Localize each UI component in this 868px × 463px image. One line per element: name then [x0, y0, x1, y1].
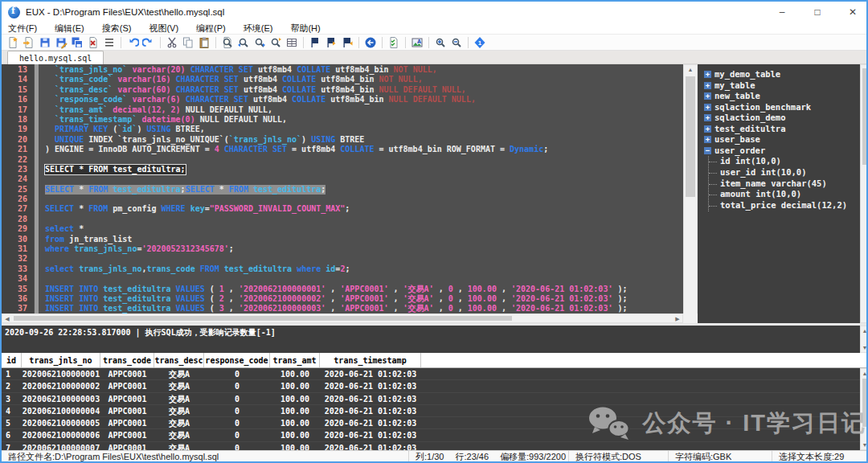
paste-button[interactable] — [197, 35, 211, 50]
expand-icon[interactable]: + — [704, 136, 711, 143]
editor-line-19[interactable]: 19 PRIMARY KEY (`id`) USING BTREE, — [2, 125, 683, 134]
table-row[interactable]: 42020062100000004APPC0001交易A0100.002020-… — [2, 405, 866, 417]
maximize-button[interactable]: □ — [810, 6, 825, 18]
menu-item-6[interactable]: 帮助(H) — [290, 23, 320, 35]
tree-item-user_order[interactable]: −user_order — [704, 145, 868, 157]
column-header-trans_jnls_no[interactable]: trans_jnls_no — [22, 353, 100, 367]
save-all-button[interactable] — [70, 35, 84, 50]
replace-button[interactable] — [268, 35, 283, 50]
next-bookmark-button[interactable] — [340, 35, 354, 50]
bookmark-button[interactable] — [308, 35, 322, 50]
zoom-in-button[interactable] — [433, 35, 448, 50]
menu-item-0[interactable]: 文件(F) — [8, 23, 37, 35]
editor-line-32[interactable]: 32 — [2, 254, 683, 264]
table-row[interactable]: 12020062100000001APPC0001交易A0100.002020-… — [2, 368, 866, 380]
copy-button[interactable] — [181, 35, 195, 50]
about-button[interactable]: 1 — [473, 35, 487, 50]
menu-item-1[interactable]: 编辑(E) — [55, 23, 84, 35]
grid-vertical-scrollbar[interactable]: ▲ ▼ — [860, 368, 866, 450]
editor-horizontal-scrollbar[interactable]: ◀ ▶ — [2, 313, 683, 323]
expand-icon[interactable]: + — [704, 71, 711, 78]
editor-line-18[interactable]: 18 `trans_timestamp` datetime(0) NULL DE… — [2, 115, 683, 125]
menu-item-3[interactable]: 视图(V) — [149, 23, 178, 35]
menu-item-4[interactable]: 编程(P) — [196, 23, 226, 35]
editor-line-13[interactable]: 13 `trans_jnls_no` varchar(20) CHARACTER… — [2, 65, 683, 75]
code-editor[interactable]: 13 `trans_jnls_no` varchar(20) CHARACTER… — [2, 64, 683, 313]
editor-line-29[interactable]: 29select * — [2, 224, 683, 234]
editor-line-16[interactable]: 16 `response_code` varchar(6) CHARACTER … — [2, 95, 683, 104]
tree-item-my_demo_table[interactable]: +my_demo_table — [704, 69, 868, 80]
editor-line-26[interactable]: 26 — [2, 195, 683, 204]
script-check-button[interactable] — [387, 35, 401, 50]
grid-view-button[interactable] — [285, 35, 299, 50]
save-as-button[interactable] — [54, 35, 68, 50]
tree-item-user_base[interactable]: +user_base — [704, 134, 868, 145]
menu-item-5[interactable]: 环境(E) — [244, 23, 273, 35]
table-row[interactable]: 22020062100000002APPC0001交易A0100.002020-… — [2, 380, 866, 392]
tree-item-sqlaction_demo[interactable]: +sqlaction_demo — [704, 113, 868, 124]
editor-line-34[interactable]: 34 — [2, 274, 683, 284]
table-row[interactable]: 72020062100000007APPC0001交易A0100.002020-… — [2, 442, 866, 450]
editor-line-21[interactable]: 21) ENGINE = InnoDB AUTO_INCREMENT = 4 C… — [2, 145, 683, 154]
editor-line-17[interactable]: 17 `trans_amt` decimal(12, 2) NULL DEFAU… — [2, 105, 683, 115]
editor-line-28[interactable]: 28 — [2, 215, 683, 224]
tree-vertical-scrollbar[interactable] — [860, 64, 868, 323]
save-button[interactable] — [38, 35, 52, 50]
undo-button[interactable] — [125, 35, 140, 50]
syntax-image-button[interactable]: A — [410, 35, 424, 50]
editor-line-35[interactable]: 35INSERT INTO test_editultra VALUES ( 1 … — [2, 285, 683, 294]
new-file-button[interactable] — [6, 35, 20, 50]
tree-column-item[interactable]: user_id int(10,0) — [709, 167, 868, 178]
column-header-trans_amt[interactable]: trans_amt — [270, 353, 320, 367]
tree-item-new_table[interactable]: +new_table — [704, 91, 868, 102]
table-row[interactable]: 62020062100000006APPC0001交易A0100.002020-… — [2, 429, 866, 441]
redo-button[interactable] — [141, 35, 156, 50]
tree-column-item[interactable]: amount int(10,0) — [709, 189, 868, 200]
tree-column-item[interactable]: id int(10,0) — [709, 156, 868, 167]
collapse-icon[interactable]: − — [704, 147, 711, 154]
close-file-button[interactable] — [86, 35, 100, 50]
column-header-id[interactable]: id — [2, 353, 22, 367]
editor-vertical-scrollbar[interactable]: ▲ ▼ — [683, 64, 698, 323]
tab-hello-mysql-sql[interactable]: hello.mysql.sql — [7, 51, 104, 65]
expand-icon[interactable]: + — [704, 125, 711, 133]
table-row[interactable]: 52020062100000005APPC0001交易A0100.002020-… — [2, 417, 866, 429]
navigate-back-button[interactable] — [363, 35, 378, 50]
column-header-trans_timestamp[interactable]: trans_timestamp — [320, 353, 421, 367]
column-header-trans_code[interactable]: trans_code — [100, 353, 154, 367]
tree-item-sqlaction_benchmark[interactable]: +sqlaction_benchmark — [704, 102, 868, 113]
find-button[interactable] — [220, 35, 235, 50]
tree-item-test_editultra[interactable]: +test_editultra — [704, 124, 868, 135]
column-header-trans_desc[interactable]: trans_desc — [154, 353, 204, 367]
editor-line-30[interactable]: 30from jn_trans_list — [2, 235, 683, 244]
editor-line-27[interactable]: 27SELECT * FROM pm_config WHERE key="PAS… — [2, 204, 683, 214]
editor-line-14[interactable]: 14 `trans_code` varchar(16) CHARACTER SE… — [2, 75, 683, 84]
editor-line-15[interactable]: 15 `trans_desc` varchar(60) CHARACTER SE… — [2, 85, 683, 95]
close-button[interactable]: ✕ — [845, 6, 860, 18]
editor-line-20[interactable]: 20 UNIQUE INDEX `trans_jnls_no_UNIQUE`(`… — [2, 135, 683, 145]
find-next-button[interactable] — [252, 35, 267, 50]
zoom-out-button[interactable] — [449, 35, 464, 50]
expand-icon[interactable]: + — [704, 82, 711, 89]
editor-line-24[interactable]: 24 — [2, 174, 683, 184]
open-file-button[interactable] — [22, 35, 36, 50]
expand-icon[interactable]: + — [704, 92, 711, 100]
tree-column-item[interactable]: total_price decimal(12,2) — [709, 200, 868, 211]
find-previous-button[interactable] — [236, 35, 251, 50]
tree-item-my_table[interactable]: +my_table — [704, 80, 868, 92]
menu-item-2[interactable]: 搜索(S) — [102, 23, 132, 35]
editor-line-37[interactable]: 37INSERT INTO test_editultra VALUES ( 3 … — [2, 304, 683, 313]
column-header-response_code[interactable]: response_code — [204, 353, 270, 367]
editor-line-25[interactable]: 25SELECT * FROM test_editultra;SELECT * … — [2, 185, 683, 195]
tree-column-item[interactable]: item_name varchar(45) — [709, 178, 868, 190]
expand-icon[interactable]: + — [704, 114, 711, 121]
editor-line-31[interactable]: 31where trans_jnls_no='2020052312345678'… — [2, 244, 683, 254]
table-row[interactable]: 32020062100000003APPC0001交易A0100.002020-… — [2, 393, 866, 405]
editor-line-22[interactable]: 22 — [2, 155, 683, 165]
editor-line-23[interactable]: 23SELECT * FROM test_editultra; — [2, 165, 683, 174]
previous-bookmark-button[interactable] — [324, 35, 338, 50]
line-list-button[interactable] — [102, 35, 117, 50]
expand-icon[interactable]: + — [704, 104, 711, 111]
cut-button[interactable] — [165, 35, 179, 50]
editor-line-33[interactable]: 33select trans_jnls_no,trans_code FROM t… — [2, 264, 683, 274]
